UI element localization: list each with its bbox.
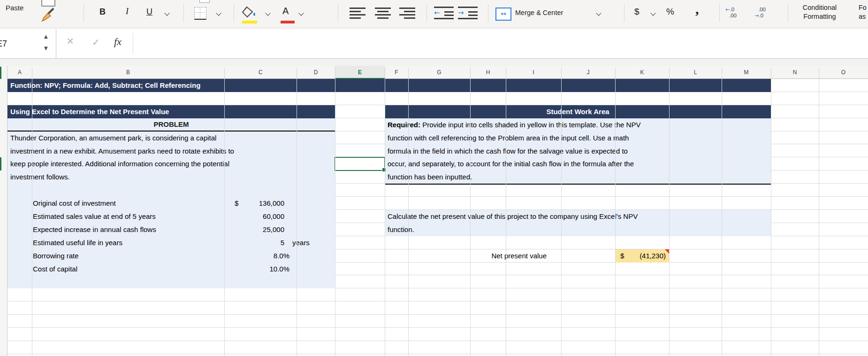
paste-button[interactable]: Paste bbox=[6, 4, 23, 12]
column-header-a[interactable]: A bbox=[8, 66, 32, 79]
bold-button[interactable]: B bbox=[99, 7, 106, 17]
formula-input[interactable] bbox=[56, 29, 868, 59]
align-center-icon[interactable] bbox=[375, 8, 391, 19]
header-selection-accent bbox=[0, 67, 1, 79]
separator bbox=[488, 4, 488, 22]
column-header-h[interactable]: H bbox=[470, 66, 506, 79]
column-header-n[interactable]: N bbox=[771, 66, 819, 79]
row-value: 8.0% bbox=[235, 249, 289, 263]
column-header-g[interactable]: G bbox=[408, 66, 470, 79]
required-text-line: Required: Provide input into cells shade… bbox=[385, 118, 640, 132]
task-area[interactable]: Calculate the net present value of this … bbox=[385, 210, 771, 236]
row-value: 25,000 bbox=[235, 223, 284, 236]
underline-dropdown-chevron-icon[interactable] bbox=[164, 10, 169, 15]
row7-selection-accent bbox=[0, 157, 1, 170]
percent-format-button[interactable]: % bbox=[666, 7, 674, 17]
font-color-dropdown-chevron-icon[interactable] bbox=[298, 10, 304, 15]
selected-cell-outline bbox=[335, 157, 385, 171]
row-value: 5 bbox=[235, 236, 284, 249]
row-header-strip[interactable] bbox=[0, 66, 8, 356]
cell-work-area-header[interactable]: Student Work Area bbox=[385, 105, 771, 118]
format-as-table-button[interactable]: Fo as bbox=[859, 3, 868, 21]
increase-indent-icon[interactable]: → bbox=[458, 7, 478, 20]
column-header-e[interactable]: E bbox=[335, 66, 385, 79]
table-row[interactable]: Original cost of investment $ 136,000 bbox=[8, 197, 335, 210]
align-left-icon[interactable] bbox=[350, 8, 365, 21]
cell-problem-section-header[interactable]: Using Excel to Determine the Net Present… bbox=[8, 105, 335, 118]
borders-dropdown-chevron-icon[interactable] bbox=[216, 10, 221, 15]
cancel-icon[interactable]: × bbox=[67, 34, 74, 48]
table-row[interactable]: Borrowing rate 8.0% bbox=[8, 249, 335, 263]
cell-npv-label[interactable]: Net present value bbox=[469, 249, 547, 263]
currency-dropdown-chevron-icon[interactable] bbox=[650, 10, 655, 15]
increase-decimal-button[interactable]: .00 →.0 bbox=[754, 7, 766, 19]
font-color-icon[interactable]: A bbox=[282, 6, 289, 16]
required-line-rest: Provide input into cells shaded in yello… bbox=[420, 121, 640, 129]
currency-format-button[interactable]: $ bbox=[634, 7, 640, 17]
cell-problem-subheader[interactable]: PROBLEM bbox=[8, 118, 335, 132]
enter-icon[interactable]: ✓ bbox=[92, 37, 100, 48]
fill-color-icon[interactable] bbox=[240, 6, 258, 20]
gridline bbox=[669, 79, 670, 356]
column-header-o[interactable]: O bbox=[819, 66, 868, 79]
cell-banner-title[interactable]: Function: NPV; Formula: Add, Subtract; C… bbox=[8, 79, 771, 92]
table-row[interactable]: Cost of capital 10.0% bbox=[8, 263, 335, 276]
gridline bbox=[408, 79, 409, 356]
column-divider bbox=[771, 68, 771, 79]
required-area[interactable]: Required: Provide input into cells shade… bbox=[385, 118, 771, 185]
name-box-stepper[interactable]: ▲ ▼ bbox=[44, 34, 48, 51]
column-divider bbox=[335, 68, 335, 79]
column-header-j[interactable]: J bbox=[561, 66, 615, 79]
separator bbox=[719, 4, 720, 22]
insert-function-icon[interactable]: fx bbox=[114, 36, 122, 48]
column-header-k[interactable]: K bbox=[615, 66, 669, 79]
column-divider bbox=[32, 68, 32, 79]
required-text-line: function has been inputted. bbox=[385, 170, 472, 184]
align-right-icon[interactable] bbox=[399, 8, 415, 21]
column-header-i[interactable]: I bbox=[506, 66, 561, 79]
gridline bbox=[771, 79, 771, 356]
table-row[interactable]: Estimated sales value at end of 5 years … bbox=[8, 210, 335, 223]
column-header-b[interactable]: B bbox=[32, 66, 224, 79]
stepper-down-icon: ▼ bbox=[44, 46, 48, 51]
gridline bbox=[385, 79, 385, 356]
separator bbox=[234, 4, 234, 22]
required-label: Required: bbox=[388, 121, 420, 129]
merge-center-icon[interactable]: ↔ bbox=[495, 8, 511, 21]
excel-window: Paste B I U A bbox=[0, 0, 868, 356]
merge-dropdown-chevron-icon[interactable] bbox=[596, 10, 601, 15]
column-header-d[interactable]: D bbox=[297, 66, 335, 79]
underline-button[interactable]: U bbox=[146, 7, 152, 17]
table-row[interactable]: Estimated useful life in years 5 years bbox=[8, 236, 335, 249]
gridline bbox=[722, 79, 722, 356]
npv-input-cell[interactable]: $ (41,230) bbox=[615, 249, 669, 263]
column-divider bbox=[615, 68, 616, 79]
borders-icon[interactable] bbox=[194, 7, 206, 20]
italic-button[interactable]: I bbox=[126, 7, 129, 16]
row-value: 60,000 bbox=[235, 210, 284, 223]
table-row[interactable]: Expected increase in annual cash flows 2… bbox=[8, 223, 335, 236]
problem-text-line: keep people interested. Additional infor… bbox=[8, 157, 229, 170]
format-painter-icon[interactable] bbox=[39, 7, 57, 23]
decrease-decimal-button[interactable]: ←.0 .00 bbox=[725, 7, 737, 19]
row-label: Cost of capital bbox=[33, 263, 77, 276]
merge-center-button[interactable]: Merge & Center bbox=[515, 9, 563, 16]
fill-dropdown-chevron-icon[interactable] bbox=[265, 10, 270, 15]
column-header-c[interactable]: C bbox=[224, 66, 297, 79]
conditional-formatting-button[interactable]: Conditional Formatting bbox=[793, 3, 846, 21]
separator bbox=[84, 4, 84, 22]
row-suffix: years bbox=[292, 236, 310, 249]
decrease-indent-icon[interactable]: ← bbox=[434, 7, 454, 20]
column-header-f[interactable]: F bbox=[385, 66, 408, 79]
column-header-m[interactable]: M bbox=[722, 66, 771, 79]
comma-format-button[interactable]: , bbox=[695, 1, 699, 17]
column-divider bbox=[819, 68, 819, 79]
column-header-row: ABCDEFGHIJKLMNO bbox=[0, 66, 868, 79]
problem-text-line: investment in a new exhibit. Amusement p… bbox=[8, 145, 234, 158]
name-box[interactable]: E7 ▲ ▼ bbox=[0, 29, 56, 59]
font-color-swatch bbox=[281, 21, 295, 23]
fill-handle[interactable] bbox=[382, 168, 386, 172]
gridline bbox=[297, 79, 297, 356]
column-header-l[interactable]: L bbox=[669, 66, 722, 79]
gridline bbox=[506, 79, 506, 356]
